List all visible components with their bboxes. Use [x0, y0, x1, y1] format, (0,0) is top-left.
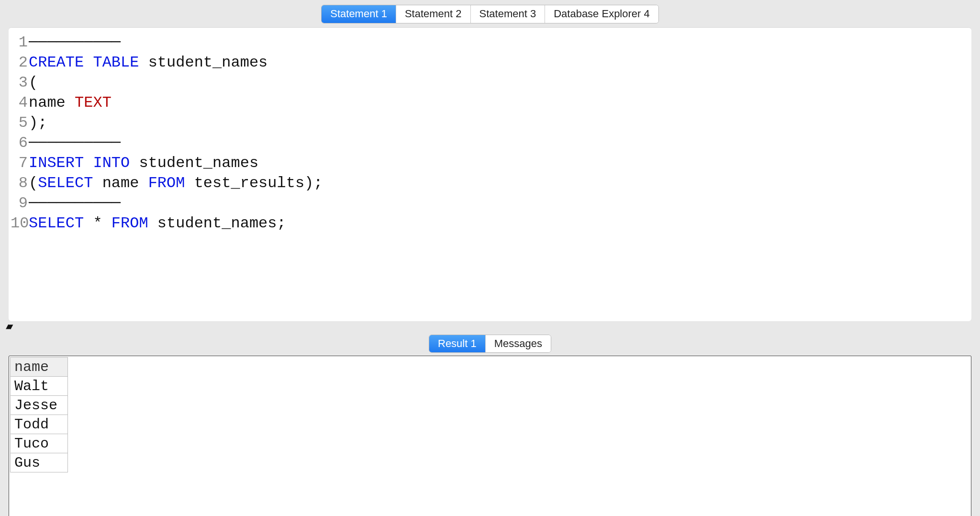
splitter-triangles-icon: ▲▼	[6, 322, 11, 332]
code-line[interactable]: );	[29, 113, 971, 133]
line-number-gutter: 12345678910	[9, 33, 29, 234]
cell-name[interactable]: Todd	[11, 415, 68, 434]
top-tab-3[interactable]: Database Explorer 4	[545, 5, 658, 23]
line-number: 1	[11, 33, 28, 53]
table-row[interactable]: Jesse	[11, 396, 68, 415]
result-panel: nameWaltJesseToddTucoGus	[9, 356, 971, 516]
top-tab-1[interactable]: Statement 2	[396, 5, 471, 23]
line-number: 2	[11, 53, 28, 73]
column-header-name[interactable]: name	[11, 358, 68, 377]
code-line[interactable]: (	[29, 73, 971, 93]
cell-name[interactable]: Walt	[11, 377, 68, 396]
line-number: 9	[11, 193, 28, 213]
table-row[interactable]: Gus	[11, 453, 68, 472]
table-row[interactable]: Todd	[11, 415, 68, 434]
line-number: 3	[11, 73, 28, 93]
top-tab-2[interactable]: Statement 3	[471, 5, 546, 23]
line-number: 5	[11, 113, 28, 133]
cell-name[interactable]: Gus	[11, 453, 68, 472]
result-table[interactable]: nameWaltJesseToddTucoGus	[10, 357, 68, 472]
code-line[interactable]: ──────────	[29, 193, 971, 213]
result-tab-bar: Result 1Messages	[0, 333, 980, 356]
cell-name[interactable]: Tuco	[11, 434, 68, 453]
result-tab-group: Result 1Messages	[429, 335, 551, 353]
cell-name[interactable]: Jesse	[11, 396, 68, 415]
table-row[interactable]: Walt	[11, 377, 68, 396]
code-line[interactable]: INSERT INTO student_names	[29, 153, 971, 173]
line-number: 7	[11, 153, 28, 173]
sql-editor[interactable]: 12345678910 ──────────CREATE TABLE stude…	[9, 27, 971, 321]
top-tab-group: Statement 1Statement 2Statement 3Databas…	[321, 5, 658, 23]
line-number: 4	[11, 93, 28, 113]
code-line[interactable]: CREATE TABLE student_names	[29, 53, 971, 73]
result-tab-0[interactable]: Result 1	[429, 335, 486, 353]
code-line[interactable]: name TEXT	[29, 93, 971, 113]
table-row[interactable]: Tuco	[11, 434, 68, 453]
line-number: 6	[11, 133, 28, 153]
code-line[interactable]: ──────────	[29, 33, 971, 53]
code-line[interactable]: SELECT * FROM student_names;	[29, 213, 971, 234]
code-line[interactable]: (SELECT name FROM test_results);	[29, 173, 971, 193]
code-area[interactable]: ──────────CREATE TABLE student_names(nam…	[29, 33, 971, 234]
top-tab-0[interactable]: Statement 1	[322, 5, 396, 23]
line-number: 10	[11, 213, 28, 234]
pane-splitter[interactable]: ▲▼	[0, 321, 980, 333]
top-tab-bar: Statement 1Statement 2Statement 3Databas…	[0, 0, 980, 27]
line-number: 8	[11, 173, 28, 193]
code-line[interactable]: ──────────	[29, 133, 971, 153]
result-tab-1[interactable]: Messages	[486, 335, 551, 353]
